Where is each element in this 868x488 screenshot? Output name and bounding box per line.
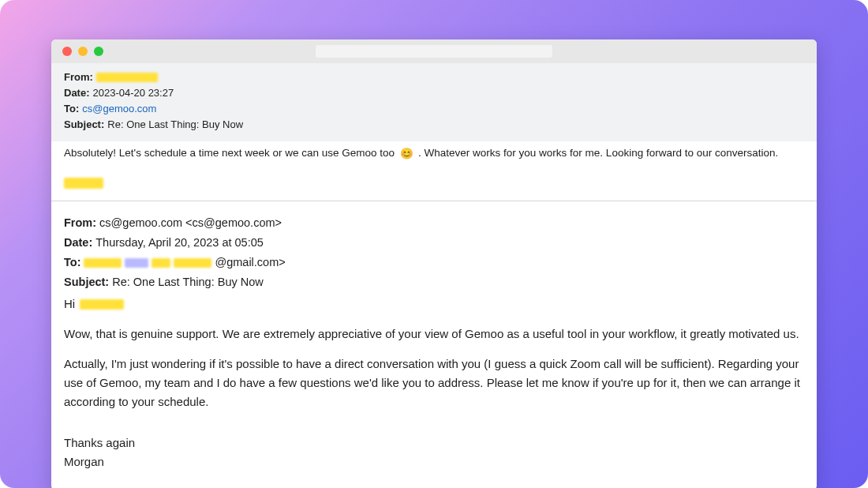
quoted-from-label: From: bbox=[64, 214, 96, 232]
quoted-to-redacted-4 bbox=[174, 258, 211, 268]
window-maximize-icon[interactable] bbox=[94, 47, 103, 56]
to-value[interactable]: cs@gemoo.com bbox=[82, 101, 156, 117]
from-value-redacted bbox=[96, 73, 158, 82]
window-titlebar bbox=[51, 39, 817, 63]
from-label: From: bbox=[64, 69, 93, 85]
quoted-date-value: Thursday, April 20, 2023 at 05:05 bbox=[95, 234, 264, 252]
email-window: From: Date: 2023-04-20 23:27 To: cs@gemo… bbox=[51, 39, 817, 488]
quoted-subject-label: Subject: bbox=[64, 273, 109, 291]
reply-body: Absolutely! Let's schedule a time next w… bbox=[51, 141, 817, 201]
background: From: Date: 2023-04-20 23:27 To: cs@gemo… bbox=[0, 0, 868, 488]
smile-emoji-icon: 😊 bbox=[399, 146, 413, 160]
quoted-signoff-line1: Thanks again bbox=[64, 436, 135, 449]
subject-label: Subject: bbox=[64, 117, 104, 133]
quoted-to-label: To: bbox=[64, 253, 80, 272]
quoted-greeting: Hi bbox=[64, 295, 75, 313]
quoted-from-value: cs@gemoo.com <cs@gemoo.com> bbox=[99, 214, 282, 232]
reply-text-after: . Whatever works for you works for me. L… bbox=[418, 147, 778, 159]
signature-redacted bbox=[64, 178, 103, 189]
quoted-signoff-line2: Morgan bbox=[64, 455, 104, 468]
quoted-to-redacted-3 bbox=[152, 258, 170, 268]
email-header: From: Date: 2023-04-20 23:27 To: cs@gemo… bbox=[51, 63, 817, 141]
quoted-date-label: Date: bbox=[64, 234, 92, 252]
date-label: Date: bbox=[64, 85, 90, 101]
quoted-to-suffix: @gmail.com> bbox=[215, 253, 285, 272]
quoted-to-redacted-1 bbox=[84, 258, 122, 268]
titlebar-search-placeholder bbox=[316, 45, 552, 58]
quoted-paragraph-1: Wow, that is genuine support. We are ext… bbox=[64, 325, 804, 343]
to-label: To: bbox=[64, 101, 79, 117]
quoted-subject-value: Re: One Last Thing: Buy Now bbox=[112, 273, 264, 291]
quoted-to-redacted-2 bbox=[125, 258, 148, 268]
date-value: 2023-04-20 23:27 bbox=[93, 85, 174, 101]
quoted-greeting-name-redacted bbox=[80, 299, 124, 310]
window-close-icon[interactable] bbox=[62, 47, 72, 56]
window-minimize-icon[interactable] bbox=[78, 47, 88, 56]
quoted-paragraph-2: Actually, I'm just wondering if it's pos… bbox=[64, 355, 804, 411]
quoted-email: From: cs@gemoo.com <cs@gemoo.com> Date: … bbox=[51, 201, 817, 488]
reply-text-before: Absolutely! Let's schedule a time next w… bbox=[64, 147, 395, 159]
subject-value: Re: One Last Thing: Buy Now bbox=[107, 117, 243, 133]
